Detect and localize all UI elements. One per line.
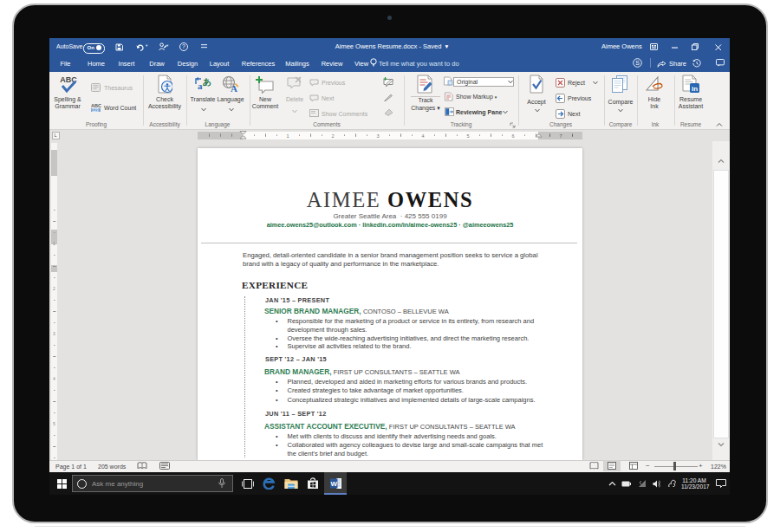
svg-text:W: W bbox=[330, 480, 337, 488]
svg-text:1: 1 bbox=[53, 241, 55, 246]
svg-text:4: 4 bbox=[53, 376, 55, 381]
svg-text:2: 2 bbox=[53, 286, 55, 291]
svg-text:3: 3 bbox=[53, 331, 55, 336]
svg-text:5: 5 bbox=[53, 421, 55, 426]
